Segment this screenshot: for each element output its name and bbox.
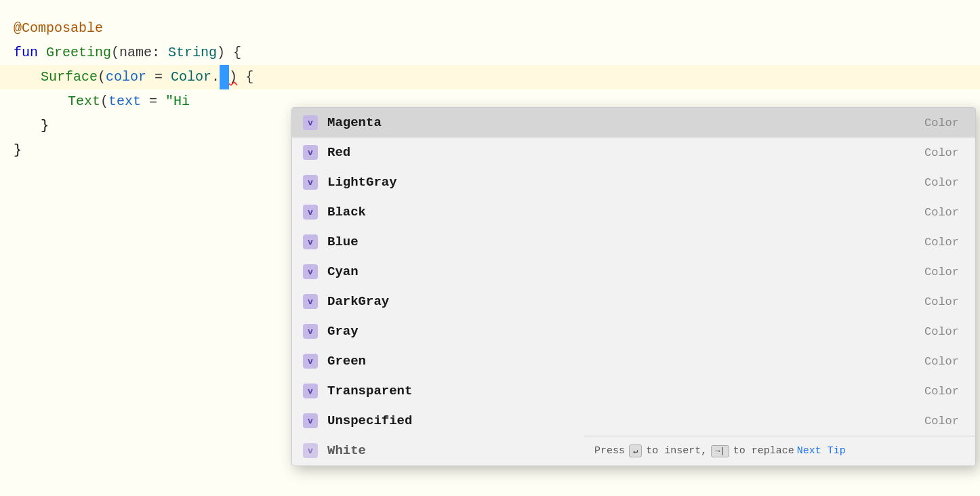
color-class: Color xyxy=(171,65,211,89)
autocomplete-item-6[interactable]: v DarkGray Color xyxy=(292,287,975,316)
code-line-1: @Composable xyxy=(0,16,980,41)
item-type-4: Color xyxy=(924,236,964,249)
item-name-5: Cyan xyxy=(327,264,924,279)
next-tip-button[interactable]: Next Tip xyxy=(797,445,846,457)
item-type-0: Color xyxy=(924,117,964,129)
item-type-8: Color xyxy=(924,355,964,368)
to-replace-label: to replace xyxy=(733,445,794,457)
cursor-selection xyxy=(220,65,229,89)
fun-keyword: fun xyxy=(14,41,46,65)
item-type-1: Color xyxy=(924,146,964,159)
item-icon-4: v xyxy=(303,234,318,249)
autocomplete-item-2[interactable]: v LightGray Color xyxy=(292,167,975,197)
item-type-10: Color xyxy=(924,415,964,428)
surface-call: Surface xyxy=(41,65,98,89)
item-name-1: Red xyxy=(327,145,924,160)
item-icon-8: v xyxy=(303,354,318,369)
autocomplete-item-10[interactable]: v Unspecified Color xyxy=(292,406,975,436)
autocomplete-item-9[interactable]: v Transparent Color xyxy=(292,376,975,406)
item-name-7: Gray xyxy=(327,324,924,339)
autocomplete-item-3[interactable]: v Black Color xyxy=(292,197,975,227)
color-param: color xyxy=(106,65,146,89)
item-icon-0: v xyxy=(303,115,318,130)
item-name-0: Magenta xyxy=(327,115,924,130)
autocomplete-item-5[interactable]: v Cyan Color xyxy=(292,257,975,287)
function-name: Greeting xyxy=(46,41,111,65)
item-type-5: Color xyxy=(924,266,964,278)
params-open: (name: xyxy=(111,41,168,65)
item-icon-7: v xyxy=(303,324,318,339)
item-name-9: Transparent xyxy=(327,384,924,398)
code-line-3: Surface(color = Color. ) { xyxy=(0,65,980,89)
item-icon-1: v xyxy=(303,145,318,160)
autocomplete-item-4[interactable]: v Blue Color xyxy=(292,227,975,257)
item-name-8: Green xyxy=(327,354,924,369)
to-insert-label: to insert, xyxy=(646,445,707,457)
item-name-3: Black xyxy=(327,205,924,220)
item-type-6: Color xyxy=(924,295,964,308)
surface-open: ( xyxy=(98,65,106,89)
item-icon-10: v xyxy=(303,413,318,428)
param-type: String xyxy=(168,41,217,65)
enter-key-icon: ↵ xyxy=(629,445,642,457)
item-name-4: Blue xyxy=(327,234,924,249)
item-icon-2: v xyxy=(303,175,318,190)
autocomplete-item-7[interactable]: v Gray Color xyxy=(292,316,975,346)
item-icon-3: v xyxy=(303,205,318,220)
item-name-10: Unspecified xyxy=(327,413,924,428)
item-name-2: LightGray xyxy=(327,175,924,190)
item-icon-9: v xyxy=(303,384,318,398)
item-icon-11: v xyxy=(303,443,318,458)
code-line-2: fun Greeting(name: String) { xyxy=(0,41,980,65)
item-type-9: Color xyxy=(924,385,964,398)
annotation-keyword: @Composable xyxy=(14,16,103,41)
item-type-7: Color xyxy=(924,325,964,338)
item-name-6: DarkGray xyxy=(327,294,924,309)
item-type-2: Color xyxy=(924,176,964,189)
press-label: Press xyxy=(594,445,625,457)
autocomplete-item-8[interactable]: v Green Color xyxy=(292,346,975,376)
text-call: Text xyxy=(68,89,100,114)
autocomplete-item-1[interactable]: v Red Color xyxy=(292,138,975,167)
item-type-3: Color xyxy=(924,206,964,219)
autocomplete-status-bar: Press ↵ to insert, →| to replace Next Ti… xyxy=(584,436,976,466)
tab-key-icon: →| xyxy=(711,445,729,457)
autocomplete-panel: v Magenta Color v Red Color v LightGray … xyxy=(291,107,976,466)
item-icon-5: v xyxy=(303,264,318,279)
params-close: ) { xyxy=(217,41,241,65)
item-icon-6: v xyxy=(303,294,318,309)
autocomplete-item-0[interactable]: v Magenta Color xyxy=(292,108,975,138)
